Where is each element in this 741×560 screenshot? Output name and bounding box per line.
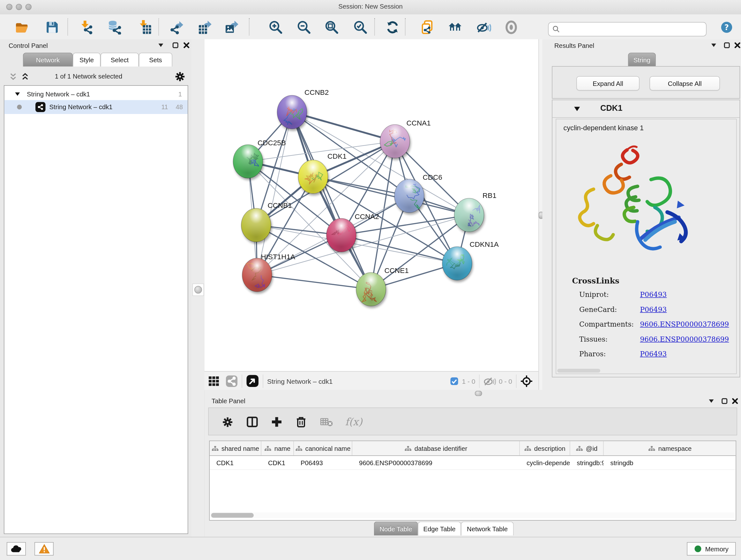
collapse-all-button[interactable]: Collapse All — [650, 76, 720, 91]
show-columns-icon[interactable] — [245, 415, 259, 429]
column-header-name[interactable]: name — [261, 441, 294, 455]
save-session-button[interactable] — [44, 19, 61, 36]
table-cell[interactable]: 9606.ENSP00000378699 — [352, 456, 520, 469]
export-image-button[interactable] — [223, 19, 240, 36]
help-button[interactable]: ? — [718, 19, 735, 36]
tab-select[interactable]: Select — [100, 53, 139, 67]
column-header-canonical-name[interactable]: canonical name — [294, 441, 352, 455]
delete-table-icon[interactable] — [320, 415, 334, 429]
fit-content-crosshair-icon[interactable] — [521, 375, 533, 387]
expand-all-button[interactable]: Expand All — [576, 76, 639, 91]
control-panel-splitter[interactable] — [192, 39, 205, 537]
zoom-fit-button[interactable] — [323, 19, 340, 36]
tab-network[interactable]: Network — [23, 53, 73, 67]
network-options-gear-icon[interactable] — [175, 71, 185, 82]
export-table-button[interactable] — [196, 19, 213, 36]
network-node-CDK1[interactable] — [298, 160, 328, 193]
tab-edge-table[interactable]: Edge Table — [418, 522, 461, 536]
table-cell[interactable]: stringdb:9... — [570, 456, 604, 469]
network-node-CCNB2[interactable] — [277, 96, 307, 129]
export-network-button[interactable] — [169, 19, 186, 36]
network-node-RB1[interactable] — [455, 198, 484, 232]
column-header-database-identifier[interactable]: database identifier — [352, 441, 520, 455]
memory-button[interactable]: Memory — [687, 542, 736, 556]
crosslink-link[interactable]: 9606.ENSP00000378699 — [640, 320, 729, 328]
tree-expander-icon[interactable] — [15, 91, 20, 96]
tab-sets[interactable]: Sets — [139, 53, 172, 67]
add-column-icon[interactable] — [270, 415, 284, 429]
table-cell[interactable]: CDK1 — [261, 456, 294, 469]
table-row[interactable]: CDK1CDK1P064939606.ENSP00000378699cyclin… — [210, 456, 736, 470]
search-box[interactable] — [548, 22, 707, 37]
table-cell[interactable]: CDK1 — [210, 456, 261, 469]
network-edge[interactable] — [257, 275, 371, 289]
tab-node-table[interactable]: Node Table — [374, 522, 418, 536]
cloud-button[interactable] — [7, 542, 26, 556]
network-node-CCNA2[interactable] — [327, 219, 356, 252]
hidden-eye-icon[interactable] — [483, 376, 496, 386]
zoom-selected-button[interactable] — [352, 19, 369, 36]
table-panel-menu-icon[interactable] — [709, 398, 714, 404]
results-panel-menu-icon[interactable] — [711, 42, 717, 48]
selected-checkbox-icon[interactable] — [450, 377, 459, 385]
network-edge[interactable] — [292, 112, 395, 141]
table-panel-close-icon[interactable] — [732, 398, 738, 405]
section-collapse-icon[interactable] — [574, 106, 581, 112]
tab-network-table[interactable]: Network Table — [461, 522, 514, 536]
results-panel-close-icon[interactable] — [734, 42, 741, 49]
column-header-description[interactable]: description — [520, 441, 570, 455]
network-canvas[interactable]: CCNB2CCNA1CDC25BCDK1CDC6RB1CCNB1CCNA2CDK… — [205, 39, 539, 371]
search-input[interactable] — [563, 25, 706, 34]
grid-view-icon[interactable] — [208, 375, 220, 387]
table-panel-float-icon[interactable] — [722, 398, 728, 405]
zoom-out-button[interactable] — [295, 19, 313, 36]
network-tree-root-row[interactable]: String Network – cdk1 1 — [4, 88, 188, 100]
control-panel-close-icon[interactable] — [184, 42, 190, 49]
splitter-collapse-handle[interactable] — [475, 391, 482, 396]
splitter-collapse-handle[interactable] — [192, 284, 204, 296]
table-settings-gear-icon[interactable] — [220, 415, 234, 429]
column-header--id[interactable]: @id — [570, 441, 604, 455]
control-panel-float-icon[interactable] — [172, 42, 179, 49]
network-node-CDC25B[interactable] — [233, 145, 263, 178]
function-builder-icon[interactable]: f(x) — [343, 415, 364, 429]
network-view[interactable]: CCNB2CCNA1CDC25BCDK1CDC6RB1CCNB1CCNA2CDK… — [205, 39, 539, 390]
network-node-HIST1H1A[interactable] — [242, 258, 272, 292]
table-hscrollbar-thumb[interactable] — [211, 513, 254, 518]
hide-selection-button[interactable] — [475, 19, 493, 36]
network-tree-child-row[interactable]: String Network – cdk1 11 48 — [4, 100, 188, 114]
control-panel-menu-icon[interactable] — [158, 42, 164, 48]
table-panel-splitter[interactable] — [205, 390, 741, 396]
network-node-CCNA1[interactable] — [380, 125, 410, 158]
copy-network-button[interactable] — [419, 19, 436, 36]
network-node-CCNE1[interactable] — [356, 273, 386, 306]
network-edge[interactable] — [257, 215, 469, 275]
delete-column-icon[interactable] — [294, 415, 308, 429]
import-table-button[interactable] — [137, 19, 154, 36]
column-header-namespace[interactable]: namespace — [604, 441, 737, 455]
gene-section-header[interactable]: CDK1 — [552, 100, 740, 118]
crosslink-link[interactable]: P06493 — [640, 306, 667, 313]
birdseye-view-icon[interactable] — [246, 374, 259, 388]
column-header-shared-name[interactable]: shared name — [210, 441, 261, 455]
table-hscrollbar[interactable] — [210, 512, 735, 518]
table-cell[interactable]: P06493 — [294, 456, 352, 469]
zoom-in-button[interactable] — [267, 19, 284, 36]
refresh-button[interactable] — [384, 19, 401, 36]
tab-style[interactable]: Style — [73, 53, 100, 67]
node-table[interactable]: shared namenamecanonical namedatabase id… — [209, 441, 737, 521]
network-overview-icon[interactable] — [226, 375, 238, 387]
import-database-button[interactable] — [106, 19, 124, 36]
table-cell[interactable]: stringdb — [604, 456, 737, 469]
crosslink-link[interactable]: 9606.ENSP00000378699 — [640, 335, 729, 343]
network-edge[interactable] — [292, 112, 371, 289]
crosslink-link[interactable]: P06493 — [640, 350, 667, 358]
network-edge[interactable] — [257, 112, 292, 275]
detail-scrollbar[interactable] — [557, 369, 600, 373]
network-node-CCNB1[interactable] — [241, 208, 271, 242]
open-session-button[interactable] — [13, 19, 30, 36]
tab-string[interactable]: String — [628, 53, 656, 67]
table-cell[interactable]: cyclin-dependent ... — [520, 456, 570, 469]
first-neighbors-button[interactable] — [447, 19, 464, 36]
show-all-button[interactable] — [502, 19, 520, 36]
